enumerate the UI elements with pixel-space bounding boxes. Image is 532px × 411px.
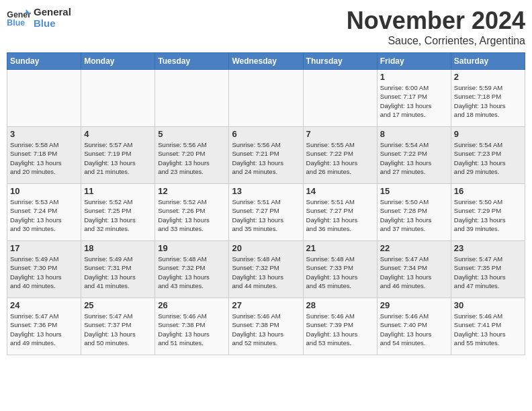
day-info: Sunrise: 5:46 AM Sunset: 7:41 PM Dayligh… <box>454 312 522 347</box>
calendar-cell: 13Sunrise: 5:51 AM Sunset: 7:27 PM Dayli… <box>229 184 303 241</box>
weekday-header-monday: Monday <box>81 53 155 70</box>
day-number: 1 <box>380 72 448 82</box>
day-number: 25 <box>84 300 152 310</box>
weekday-header-wednesday: Wednesday <box>229 53 303 70</box>
day-number: 7 <box>306 129 374 139</box>
day-number: 28 <box>306 300 374 310</box>
day-info: Sunrise: 5:46 AM Sunset: 7:40 PM Dayligh… <box>380 312 448 347</box>
day-number: 17 <box>10 243 78 253</box>
calendar-cell <box>303 70 377 127</box>
day-number: 11 <box>84 186 152 196</box>
day-number: 16 <box>454 186 522 196</box>
calendar-cell <box>7 70 81 127</box>
day-info: Sunrise: 5:57 AM Sunset: 7:19 PM Dayligh… <box>84 140 152 176</box>
calendar-cell: 7Sunrise: 5:55 AM Sunset: 7:22 PM Daylig… <box>303 127 377 184</box>
calendar-cell: 17Sunrise: 5:49 AM Sunset: 7:30 PM Dayli… <box>7 241 81 298</box>
logo-text-line2: Blue <box>34 18 71 30</box>
day-number: 9 <box>454 129 522 139</box>
day-info: Sunrise: 5:49 AM Sunset: 7:30 PM Dayligh… <box>10 255 78 290</box>
calendar-cell: 10Sunrise: 5:53 AM Sunset: 7:24 PM Dayli… <box>7 184 81 241</box>
calendar-cell: 24Sunrise: 5:47 AM Sunset: 7:36 PM Dayli… <box>7 298 81 355</box>
calendar-cell: 28Sunrise: 5:46 AM Sunset: 7:39 PM Dayli… <box>303 298 377 355</box>
day-number: 18 <box>84 243 152 253</box>
calendar-cell <box>229 70 303 127</box>
day-number: 24 <box>10 300 78 310</box>
day-info: Sunrise: 5:50 AM Sunset: 7:29 PM Dayligh… <box>454 197 522 233</box>
day-number: 2 <box>454 72 522 82</box>
day-info: Sunrise: 5:53 AM Sunset: 7:24 PM Dayligh… <box>10 197 78 233</box>
day-info: Sunrise: 5:58 AM Sunset: 7:18 PM Dayligh… <box>10 140 78 176</box>
weekday-header-tuesday: Tuesday <box>155 53 229 70</box>
svg-text:Blue: Blue <box>7 18 25 28</box>
day-info: Sunrise: 5:51 AM Sunset: 7:27 PM Dayligh… <box>306 197 374 233</box>
calendar-cell: 8Sunrise: 5:54 AM Sunset: 7:22 PM Daylig… <box>377 127 451 184</box>
month-title: November 2024 <box>347 7 525 35</box>
day-info: Sunrise: 5:49 AM Sunset: 7:31 PM Dayligh… <box>84 255 152 290</box>
day-number: 29 <box>380 300 448 310</box>
day-info: Sunrise: 5:50 AM Sunset: 7:28 PM Dayligh… <box>380 197 448 233</box>
weekday-header-thursday: Thursday <box>303 53 377 70</box>
calendar-cell <box>155 70 229 127</box>
day-number: 3 <box>10 129 78 139</box>
day-number: 10 <box>10 186 78 196</box>
logo-icon: General Blue <box>7 8 31 28</box>
day-info: Sunrise: 5:47 AM Sunset: 7:37 PM Dayligh… <box>84 312 152 347</box>
day-info: Sunrise: 6:00 AM Sunset: 7:17 PM Dayligh… <box>380 83 448 119</box>
day-number: 30 <box>454 300 522 310</box>
calendar-cell: 14Sunrise: 5:51 AM Sunset: 7:27 PM Dayli… <box>303 184 377 241</box>
calendar-cell: 21Sunrise: 5:48 AM Sunset: 7:33 PM Dayli… <box>303 241 377 298</box>
day-info: Sunrise: 5:54 AM Sunset: 7:23 PM Dayligh… <box>454 140 522 176</box>
day-info: Sunrise: 5:56 AM Sunset: 7:21 PM Dayligh… <box>232 140 300 176</box>
day-info: Sunrise: 5:55 AM Sunset: 7:22 PM Dayligh… <box>306 140 374 176</box>
day-info: Sunrise: 5:48 AM Sunset: 7:32 PM Dayligh… <box>158 255 226 290</box>
day-number: 26 <box>158 300 226 310</box>
day-info: Sunrise: 5:51 AM Sunset: 7:27 PM Dayligh… <box>232 197 300 233</box>
calendar-cell: 9Sunrise: 5:54 AM Sunset: 7:23 PM Daylig… <box>451 127 525 184</box>
day-info: Sunrise: 5:48 AM Sunset: 7:33 PM Dayligh… <box>306 255 374 290</box>
day-info: Sunrise: 5:47 AM Sunset: 7:36 PM Dayligh… <box>10 312 78 347</box>
day-number: 20 <box>232 243 300 253</box>
calendar-cell: 19Sunrise: 5:48 AM Sunset: 7:32 PM Dayli… <box>155 241 229 298</box>
day-number: 23 <box>454 243 522 253</box>
day-number: 4 <box>84 129 152 139</box>
day-info: Sunrise: 5:52 AM Sunset: 7:25 PM Dayligh… <box>84 197 152 233</box>
calendar-cell: 26Sunrise: 5:46 AM Sunset: 7:38 PM Dayli… <box>155 298 229 355</box>
title-area: November 2024 Sauce, Corrientes, Argenti… <box>347 7 525 47</box>
calendar-cell: 23Sunrise: 5:47 AM Sunset: 7:35 PM Dayli… <box>451 241 525 298</box>
day-info: Sunrise: 5:59 AM Sunset: 7:18 PM Dayligh… <box>454 83 522 119</box>
day-info: Sunrise: 5:56 AM Sunset: 7:20 PM Dayligh… <box>158 140 226 176</box>
calendar-cell: 6Sunrise: 5:56 AM Sunset: 7:21 PM Daylig… <box>229 127 303 184</box>
location-title: Sauce, Corrientes, Argentina <box>347 35 525 47</box>
calendar-cell: 1Sunrise: 6:00 AM Sunset: 7:17 PM Daylig… <box>377 70 451 127</box>
day-number: 13 <box>232 186 300 196</box>
calendar-cell: 15Sunrise: 5:50 AM Sunset: 7:28 PM Dayli… <box>377 184 451 241</box>
day-info: Sunrise: 5:46 AM Sunset: 7:38 PM Dayligh… <box>158 312 226 347</box>
day-info: Sunrise: 5:52 AM Sunset: 7:26 PM Dayligh… <box>158 197 226 233</box>
calendar-cell: 22Sunrise: 5:47 AM Sunset: 7:34 PM Dayli… <box>377 241 451 298</box>
day-number: 27 <box>232 300 300 310</box>
calendar-cell: 30Sunrise: 5:46 AM Sunset: 7:41 PM Dayli… <box>451 298 525 355</box>
day-info: Sunrise: 5:46 AM Sunset: 7:39 PM Dayligh… <box>306 312 374 347</box>
calendar-cell: 25Sunrise: 5:47 AM Sunset: 7:37 PM Dayli… <box>81 298 155 355</box>
calendar-cell: 4Sunrise: 5:57 AM Sunset: 7:19 PM Daylig… <box>81 127 155 184</box>
calendar-cell: 11Sunrise: 5:52 AM Sunset: 7:25 PM Dayli… <box>81 184 155 241</box>
calendar-table: SundayMondayTuesdayWednesdayThursdayFrid… <box>7 52 525 355</box>
weekday-header-friday: Friday <box>377 53 451 70</box>
day-info: Sunrise: 5:54 AM Sunset: 7:22 PM Dayligh… <box>380 140 448 176</box>
header: General Blue General Blue November 2024 … <box>7 7 525 47</box>
calendar-cell: 20Sunrise: 5:48 AM Sunset: 7:32 PM Dayli… <box>229 241 303 298</box>
day-number: 22 <box>380 243 448 253</box>
day-number: 6 <box>232 129 300 139</box>
day-info: Sunrise: 5:47 AM Sunset: 7:34 PM Dayligh… <box>380 255 448 290</box>
calendar-cell: 16Sunrise: 5:50 AM Sunset: 7:29 PM Dayli… <box>451 184 525 241</box>
day-number: 19 <box>158 243 226 253</box>
day-info: Sunrise: 5:47 AM Sunset: 7:35 PM Dayligh… <box>454 255 522 290</box>
calendar-cell: 2Sunrise: 5:59 AM Sunset: 7:18 PM Daylig… <box>451 70 525 127</box>
day-number: 5 <box>158 129 226 139</box>
logo-text-line1: General <box>34 7 71 18</box>
weekday-header-sunday: Sunday <box>7 53 81 70</box>
day-number: 15 <box>380 186 448 196</box>
calendar-cell <box>81 70 155 127</box>
calendar-cell: 12Sunrise: 5:52 AM Sunset: 7:26 PM Dayli… <box>155 184 229 241</box>
calendar-cell: 27Sunrise: 5:46 AM Sunset: 7:38 PM Dayli… <box>229 298 303 355</box>
